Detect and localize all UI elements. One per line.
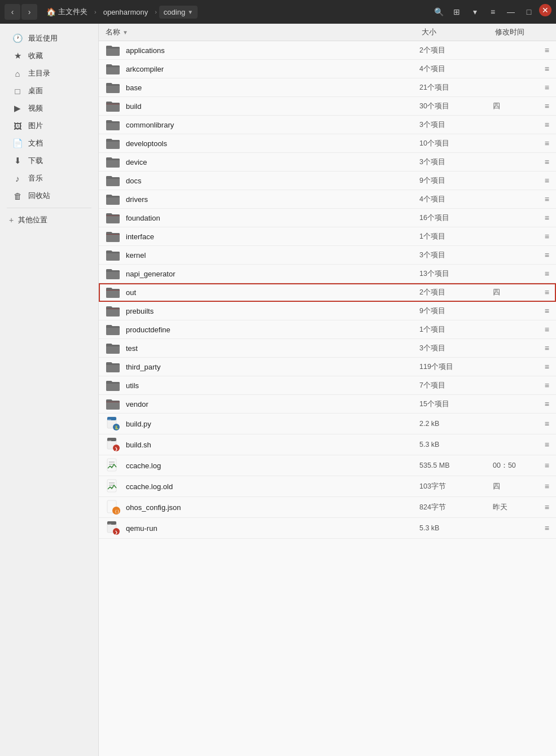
file-name: out <box>126 288 136 297</box>
file-menu-button[interactable]: ≡ <box>542 502 551 513</box>
file-menu-button[interactable]: ≡ <box>542 460 551 471</box>
file-menu-button[interactable]: ≡ <box>542 287 551 298</box>
file-size: 2个项目 <box>415 288 488 297</box>
file-menu-button[interactable]: ≡ <box>542 63 551 74</box>
file-menu-button[interactable]: ≡ <box>542 481 551 492</box>
table-row[interactable]: {} ohos_config.json 824字节 昨天 ≡ <box>99 497 556 518</box>
col-modified-header[interactable]: 修改时间 <box>488 27 556 37</box>
table-row[interactable]: kernel 3个项目 ≡ <box>99 246 556 265</box>
sidebar-item-favorites[interactable]: ★ 收藏 <box>3 47 95 64</box>
table-row[interactable]: ccache.log.old 103字节 四 ≡ <box>99 476 556 497</box>
svg-text:❯: ❯ <box>115 530 118 535</box>
table-row[interactable]: foundation 16个项目 ≡ <box>99 209 556 227</box>
table-row[interactable]: arkcompiler 4个项目 ≡ <box>99 60 556 78</box>
sidebar-item-home[interactable]: ⌂ 主目录 <box>3 65 95 82</box>
file-menu-button[interactable]: ≡ <box>542 380 551 391</box>
sidebar-item-documents[interactable]: 📄 文档 <box>3 135 95 152</box>
table-row[interactable]: SH ❯ qemu-run 5.3 kB ≡ <box>99 518 556 539</box>
table-row[interactable]: developtools 10个项目 ≡ <box>99 134 556 153</box>
sidebar-item-recent[interactable]: 🕐 最近使用 <box>3 30 95 47</box>
table-row[interactable]: vendor 15个项目 ≡ <box>99 395 556 414</box>
sidebar-item-pictures[interactable]: 🖼 图片 <box>3 117 95 134</box>
file-name: commonlibrary <box>126 121 174 129</box>
folder-icon <box>106 118 120 131</box>
file-menu-button[interactable]: ≡ <box>542 82 551 93</box>
sidebar-item-desktop[interactable]: □ 桌面 <box>3 82 95 99</box>
back-button[interactable]: ‹ <box>5 4 20 20</box>
view-options-button[interactable]: ▾ <box>467 4 483 20</box>
file-size: 3个项目 <box>415 120 488 130</box>
file-menu-button[interactable]: ≡ <box>542 418 551 429</box>
table-row[interactable]: out 2个项目 四 ≡ <box>99 283 556 302</box>
forward-button[interactable]: › <box>21 4 37 20</box>
breadcrumb-coding[interactable]: coding ▼ <box>159 6 198 19</box>
folder-icon <box>106 267 120 280</box>
sidebar-item-downloads[interactable]: ⬇ 下载 <box>3 152 95 169</box>
table-row[interactable]: prebuilts 9个项目 ≡ <box>99 302 556 320</box>
table-row[interactable]: commonlibrary 3个项目 ≡ <box>99 116 556 134</box>
sidebar-item-video[interactable]: ▶ 视频 <box>3 100 95 117</box>
file-name-cell: kernel <box>99 249 415 261</box>
file-size: 15个项目 <box>415 399 488 409</box>
file-menu-button[interactable]: ≡ <box>542 522 551 534</box>
menu-button[interactable]: ≡ <box>485 4 501 20</box>
table-row[interactable]: docs 9个项目 ≡ <box>99 172 556 190</box>
table-row[interactable]: third_party 119个项目 ≡ <box>99 358 556 376</box>
file-menu-button[interactable]: ≡ <box>542 100 551 112</box>
breadcrumb-openharmony-label: openharmony <box>103 8 148 16</box>
table-row[interactable]: interface 1个项目 ≡ <box>99 227 556 246</box>
file-name: utils <box>126 381 139 390</box>
file-name: foundation <box>126 214 160 222</box>
minimize-button[interactable]: — <box>503 4 519 20</box>
file-menu-button[interactable]: ≡ <box>542 398 551 410</box>
maximize-button[interactable]: □ <box>521 4 537 20</box>
breadcrumb-openharmony[interactable]: openharmony <box>99 6 153 19</box>
sidebar-item-trash[interactable]: 🗑 回收站 <box>3 187 95 204</box>
folder-icon <box>106 81 120 94</box>
sidebar-item-music[interactable]: ♪ 音乐 <box>3 170 95 187</box>
table-row[interactable]: drivers 4个项目 ≡ <box>99 190 556 209</box>
table-row[interactable]: SH ❯ build.sh 5.3 kB ≡ <box>99 434 556 455</box>
file-menu-button[interactable]: ≡ <box>542 194 551 205</box>
home-icon: 🏠 <box>46 7 56 16</box>
close-button[interactable]: ✕ <box>539 4 551 16</box>
table-row[interactable]: productdefine 1个项目 ≡ <box>99 320 556 339</box>
sidebar-other-locations[interactable]: + 其他位置 <box>0 212 98 228</box>
documents-icon: 📄 <box>12 138 23 148</box>
file-name-cell: third_party <box>99 361 415 373</box>
breadcrumb-sep-1: › <box>94 8 97 15</box>
file-menu-button[interactable]: ≡ <box>542 45 551 56</box>
table-row[interactable]: applications 2个项目 ≡ <box>99 41 556 60</box>
search-button[interactable]: 🔍 <box>431 4 446 20</box>
view-toggle-button[interactable]: ⊞ <box>449 4 465 20</box>
file-name-cell: ccache.log <box>99 458 415 473</box>
table-row[interactable]: test 3个项目 ≡ <box>99 339 556 358</box>
table-row[interactable]: ccache.log 535.5 MB 00：50 ≡ <box>99 455 556 476</box>
file-menu-button[interactable]: ≡ <box>542 231 551 242</box>
file-menu-button[interactable]: ≡ <box>542 361 551 372</box>
file-menu-button[interactable]: ≡ <box>542 439 551 450</box>
file-menu-button[interactable]: ≡ <box>542 156 551 168</box>
table-row[interactable]: device 3个项目 ≡ <box>99 153 556 172</box>
breadcrumb-home[interactable]: 🏠 主文件夹 <box>42 5 92 19</box>
file-menu-button[interactable]: ≡ <box>542 324 551 335</box>
table-row[interactable]: base 21个项目 ≡ <box>99 78 556 97</box>
file-menu-button[interactable]: ≡ <box>542 305 551 317</box>
file-menu-button[interactable]: ≡ <box>542 342 551 354</box>
file-menu-button[interactable]: ≡ <box>542 175 551 186</box>
file-menu-button[interactable]: ≡ <box>542 249 551 261</box>
file-menu-button[interactable]: ≡ <box>542 119 551 130</box>
table-row[interactable]: build 30个项目 四 ≡ <box>99 97 556 116</box>
table-row[interactable]: napi_generator 13个项目 ≡ <box>99 265 556 283</box>
col-name-header[interactable]: 名称 ▼ <box>99 27 415 37</box>
file-name: drivers <box>126 195 148 204</box>
main-layout: 🕐 最近使用 ★ 收藏 ⌂ 主目录 □ 桌面 ▶ 视频 🖼 图片 📄 文档 ⬇ <box>0 24 556 756</box>
file-menu-button[interactable]: ≡ <box>542 268 551 279</box>
table-row[interactable]: utils 7个项目 ≡ <box>99 376 556 395</box>
col-size-header[interactable]: 大小 <box>415 27 488 37</box>
file-menu-button[interactable]: ≡ <box>542 138 551 149</box>
file-date: 昨天 ≡ <box>488 502 556 513</box>
file-name-cell: drivers <box>99 193 415 205</box>
table-row[interactable]: PY 🐍 build.py 2.2 kB ≡ <box>99 414 556 434</box>
file-menu-button[interactable]: ≡ <box>542 212 551 223</box>
